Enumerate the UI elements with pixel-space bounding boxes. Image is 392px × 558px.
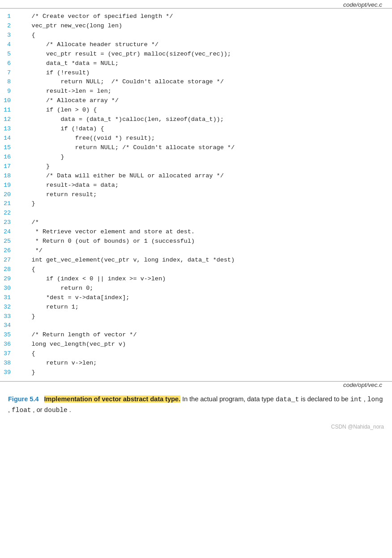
line-code: { xyxy=(17,265,392,275)
table-row: 35 /* Return length of vector */ xyxy=(0,331,392,340)
line-number: 21 xyxy=(0,199,17,209)
line-code: vec_ptr result = (vec_ptr) malloc(sizeof… xyxy=(17,50,392,59)
line-number: 14 xyxy=(0,134,17,143)
table-row: 39 } xyxy=(0,368,392,378)
line-number: 10 xyxy=(0,96,17,106)
line-code: /* Allocate header structure */ xyxy=(17,40,392,50)
line-number: 27 xyxy=(0,256,17,265)
line-code: /* Allocate array */ xyxy=(17,96,392,106)
filename-bottom: code/opt/vec.c xyxy=(341,382,384,388)
line-code: return result; xyxy=(17,190,392,200)
line-code: result->data = data; xyxy=(17,181,392,190)
line-code: { xyxy=(17,349,392,359)
line-code: if (!result) xyxy=(17,69,392,78)
line-number: 29 xyxy=(0,275,17,284)
line-code: return 0; xyxy=(17,284,392,293)
line-code xyxy=(17,209,392,218)
line-code: } xyxy=(17,199,392,209)
caption-code1: data_t xyxy=(276,396,299,403)
line-code: return NULL; /* Couldn't allocate storag… xyxy=(17,77,392,87)
line-number: 11 xyxy=(0,106,17,115)
table-row: 34 xyxy=(0,321,392,331)
line-code: vec_ptr new_vec(long len) xyxy=(17,21,392,31)
table-row: 27 int get_vec_element(vec_ptr v, long i… xyxy=(0,256,392,265)
table-row: 30 return 0; xyxy=(0,284,392,293)
line-number: 34 xyxy=(0,321,17,331)
line-code: * Retrieve vector element and store at d… xyxy=(17,227,392,237)
caption-end: , or xyxy=(33,406,44,413)
line-code: } xyxy=(17,368,392,378)
caption-rest: In the actual program, data type xyxy=(182,395,276,403)
table-row: 3 { xyxy=(0,31,392,40)
line-number: 35 xyxy=(0,331,17,340)
code-table: 1 /* Create vector of specified length *… xyxy=(0,12,392,378)
line-code: return 1; xyxy=(17,303,392,312)
table-row: 38 return v->len; xyxy=(0,359,392,368)
caption-mid: is declared to be xyxy=(301,395,350,403)
table-row: 7 if (!result) xyxy=(0,69,392,78)
line-number: 2 xyxy=(0,21,17,31)
table-row: 32 return 1; xyxy=(0,303,392,312)
page-container: code/opt/vec.c 1 /* Create vector of spe… xyxy=(0,8,392,434)
caption-code5: double xyxy=(44,407,68,414)
table-row: 31 *dest = v->data[index]; xyxy=(0,293,392,303)
table-row: 21 } xyxy=(0,199,392,209)
table-row: 10 /* Allocate array */ xyxy=(0,96,392,106)
line-number: 6 xyxy=(0,59,17,69)
table-row: 8 return NULL; /* Couldn't allocate stor… xyxy=(0,77,392,87)
line-number: 19 xyxy=(0,181,17,190)
line-code: return v->len; xyxy=(17,359,392,368)
line-number: 33 xyxy=(0,312,17,322)
watermark: CSDN @Nahida_nora xyxy=(0,424,392,434)
table-row: 23 /* xyxy=(0,218,392,227)
table-row: 17 } xyxy=(0,162,392,172)
line-code xyxy=(17,321,392,331)
table-row: 28 { xyxy=(0,265,392,275)
line-number: 37 xyxy=(0,349,17,359)
table-row: 4 /* Allocate header structure */ xyxy=(0,40,392,50)
line-code: free((void *) result); xyxy=(17,134,392,143)
line-number: 31 xyxy=(0,293,17,303)
line-number: 26 xyxy=(0,246,17,256)
line-number: 25 xyxy=(0,237,17,246)
line-code: /* xyxy=(17,218,392,227)
table-row: 24 * Retrieve vector element and store a… xyxy=(0,227,392,237)
table-row: 13 if (!data) { xyxy=(0,124,392,134)
table-row: 20 return result; xyxy=(0,190,392,200)
table-row: 37 { xyxy=(0,349,392,359)
caption-code4: float xyxy=(12,407,31,414)
line-number: 15 xyxy=(0,143,17,153)
line-number: 24 xyxy=(0,227,17,237)
line-code: } xyxy=(17,162,392,172)
table-row: 15 return NULL; /* Couldn't allocate sto… xyxy=(0,143,392,153)
line-number: 12 xyxy=(0,115,17,124)
table-row: 26 */ xyxy=(0,246,392,256)
table-row: 6 data_t *data = NULL; xyxy=(0,59,392,69)
line-number: 23 xyxy=(0,218,17,227)
caption-comma2: , xyxy=(8,406,12,413)
line-number: 9 xyxy=(0,87,17,96)
line-code: data_t *data = NULL; xyxy=(17,59,392,69)
line-code: if (!data) { xyxy=(17,124,392,134)
line-code: } xyxy=(17,312,392,322)
line-code: if (len > 0) { xyxy=(17,106,392,115)
line-code: long vec_length(vec_ptr v) xyxy=(17,340,392,349)
caption-highlight: Implementation of vector abstract data t… xyxy=(44,395,181,403)
line-code: * Return 0 (out of bounds) or 1 (success… xyxy=(17,237,392,246)
line-code: /* Create vector of specified length */ xyxy=(17,12,392,21)
caption-comma1: , xyxy=(364,395,367,403)
table-row: 22 xyxy=(0,209,392,218)
line-number: 17 xyxy=(0,162,17,172)
line-code: */ xyxy=(17,246,392,256)
line-number: 22 xyxy=(0,209,17,218)
line-number: 16 xyxy=(0,153,17,162)
line-number: 28 xyxy=(0,265,17,275)
line-number: 30 xyxy=(0,284,17,293)
line-code: if (index < 0 || index >= v->len) xyxy=(17,275,392,284)
line-code: /* Return length of vector */ xyxy=(17,331,392,340)
line-number: 3 xyxy=(0,31,17,40)
table-row: 16 } xyxy=(0,153,392,162)
table-row: 25 * Return 0 (out of bounds) or 1 (succ… xyxy=(0,237,392,246)
line-code: { xyxy=(17,31,392,40)
line-number: 1 xyxy=(0,12,17,21)
